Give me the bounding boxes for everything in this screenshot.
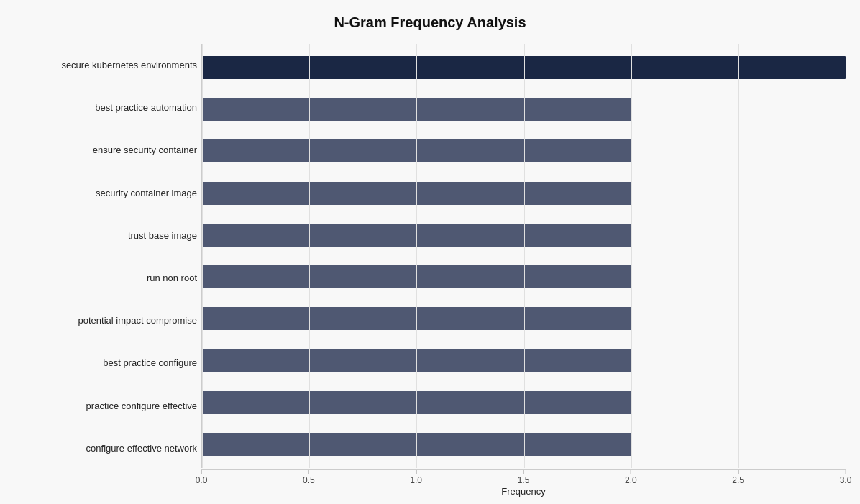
chart-area: secure kubernetes environmentsbest pract… [14,44,846,497]
x-tick: 1.0 [410,470,422,485]
x-axis: 0.00.51.01.52.02.53.0 Frequency [201,469,846,497]
x-tick: 2.5 [732,470,744,485]
x-tick-line [308,470,309,474]
x-tick-label: 2.0 [625,475,637,485]
grid-line [416,44,417,468]
x-tick-line [631,470,631,474]
x-tick-line [738,470,738,474]
x-tick: 0.0 [196,470,208,485]
x-tick-line [523,470,524,474]
y-label: potential impact compromise [78,301,197,340]
y-label: secure kubernetes environments [61,45,197,85]
y-label: best practice automation [95,88,197,127]
y-label: best practice configure [103,343,197,382]
x-tick: 3.0 [840,470,852,485]
x-tick-line [201,470,202,474]
grid-line [524,44,525,468]
x-tick-label: 1.0 [410,475,422,485]
bars-area [201,44,846,468]
y-label: configure effective network [86,429,197,468]
x-tick: 1.5 [518,470,530,485]
grid-line [202,44,203,468]
x-tick-line [846,470,846,474]
grid-line [738,44,739,468]
x-tick-line [416,470,416,474]
grid-line [631,44,632,468]
chart-container: N-Gram Frequency Analysis secure kuberne… [0,0,860,504]
x-tick-label: 0.0 [196,475,208,485]
x-tick-label: 2.5 [732,475,744,485]
x-tick-label: 3.0 [840,475,852,485]
y-label: trust base image [128,216,197,255]
y-label: practice configure effective [86,386,197,426]
chart-title: N-Gram Frequency Analysis [334,14,526,31]
x-tick: 2.0 [625,470,637,485]
y-label: run non root [147,258,197,298]
grid-line [309,44,310,468]
bars-and-x: 0.00.51.01.52.02.53.0 Frequency [201,44,846,497]
grid-line [846,44,846,468]
y-label: ensure security container [93,130,197,170]
x-axis-label: Frequency [201,486,846,497]
y-label: security container image [96,173,197,213]
x-tick-label: 0.5 [303,475,315,485]
y-labels: secure kubernetes environmentsbest pract… [14,44,201,497]
x-tick-label: 1.5 [518,475,530,485]
x-tick: 0.5 [303,470,315,485]
